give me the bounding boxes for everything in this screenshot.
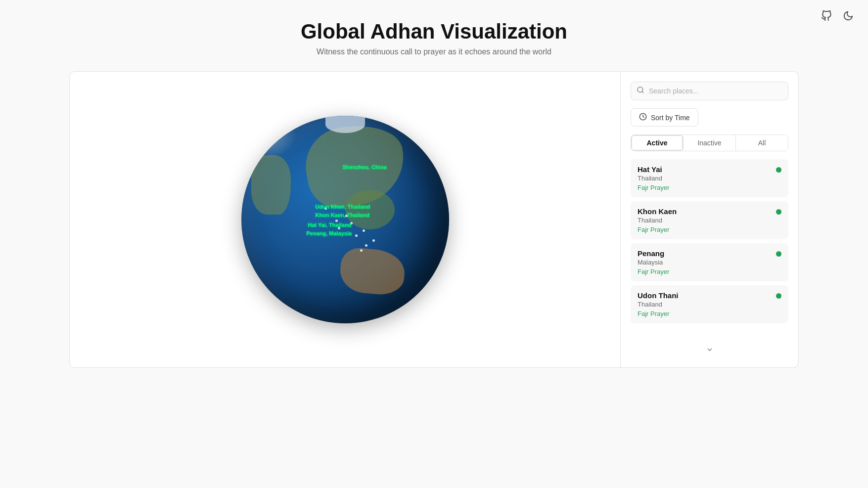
top-bar: [807, 0, 868, 32]
globe-dot: [345, 215, 348, 217]
github-icon[interactable]: [819, 8, 834, 24]
scroll-down-arrow[interactable]: [621, 344, 798, 357]
header: Global Adhan Visualization Witness the c…: [0, 0, 868, 66]
place-country: Malaysia: [638, 259, 776, 266]
place-prayer: Fajr Prayer: [638, 268, 776, 275]
place-card-hatyai[interactable]: Hat Yai Thailand Fajr Prayer: [631, 159, 788, 197]
globe-sphere: Shenzhou, China Udon Khon, Thailand Khon…: [241, 116, 449, 323]
page-subtitle: Witness the continuous call to prayer as…: [10, 47, 858, 56]
place-name: Hat Yai: [638, 165, 776, 174]
globe-dot: [360, 249, 363, 252]
place-name: Penang: [638, 249, 776, 258]
globe-panel: Shenzhou, China Udon Khon, Thailand Khon…: [69, 71, 621, 368]
globe-dot: [363, 229, 365, 232]
globe-dot: [372, 239, 375, 242]
globe-container: Shenzhou, China Udon Khon, Thailand Khon…: [241, 116, 449, 323]
place-info: Udon Thani Thailand Fajr Prayer: [638, 291, 776, 317]
place-country: Thailand: [638, 175, 776, 182]
globe-dot: [324, 207, 327, 210]
active-indicator: [776, 293, 781, 299]
place-country: Thailand: [638, 217, 776, 224]
globe-label-hatya: Hat Yai, Thailand: [308, 222, 352, 228]
place-info: Khon Kaen Thailand Fajr Prayer: [638, 207, 776, 233]
tab-active[interactable]: Active: [631, 135, 684, 151]
search-container: [631, 82, 788, 100]
sort-button-label: Sort by Time: [651, 114, 690, 122]
page-title: Global Adhan Visualization: [10, 20, 858, 44]
globe-dot: [355, 234, 358, 237]
place-name: Udon Thani: [638, 291, 776, 300]
place-info: Penang Malaysia Fajr Prayer: [638, 249, 776, 275]
main-content: Shenzhou, China Udon Khon, Thailand Khon…: [0, 71, 868, 368]
active-indicator: [776, 251, 781, 257]
search-input[interactable]: [631, 82, 788, 100]
place-card-udonthani[interactable]: Udon Thani Thailand Fajr Prayer: [631, 285, 788, 323]
place-info: Hat Yai Thailand Fajr Prayer: [638, 165, 776, 191]
globe-dot: [365, 244, 367, 247]
land-se-asia: [345, 190, 395, 229]
globe-dot: [350, 222, 353, 224]
globe-dot: [338, 227, 340, 229]
land-africa: [251, 155, 291, 215]
svg-point-0: [638, 87, 643, 92]
place-prayer: Fajr Prayer: [638, 184, 776, 191]
tab-inactive[interactable]: Inactive: [684, 135, 736, 151]
clock-icon: [639, 113, 647, 122]
search-icon: [637, 86, 644, 96]
tab-all[interactable]: All: [736, 135, 788, 151]
globe-dot: [335, 220, 338, 222]
places-list: Hat Yai Thailand Fajr Prayer Khon Kaen T…: [621, 159, 798, 336]
filter-tabs: Active Inactive All: [631, 134, 788, 151]
place-prayer: Fajr Prayer: [638, 226, 776, 233]
active-indicator: [776, 167, 781, 173]
globe-label-penang: Penang, Malaysia: [307, 230, 352, 236]
place-prayer: Fajr Prayer: [638, 310, 776, 317]
place-country: Thailand: [638, 301, 776, 308]
sidebar-panel: Sort by Time Active Inactive All Hat Yai…: [621, 71, 799, 368]
snow-cap: [325, 116, 365, 133]
sort-by-time-button[interactable]: Sort by Time: [631, 108, 698, 127]
svg-line-1: [642, 91, 643, 93]
place-name: Khon Kaen: [638, 207, 776, 216]
place-card-penang[interactable]: Penang Malaysia Fajr Prayer: [631, 243, 788, 281]
land-australia: [338, 247, 406, 297]
active-indicator: [776, 209, 781, 215]
place-card-khonkaen[interactable]: Khon Kaen Thailand Fajr Prayer: [631, 201, 788, 239]
theme-toggle-icon[interactable]: [840, 8, 856, 24]
